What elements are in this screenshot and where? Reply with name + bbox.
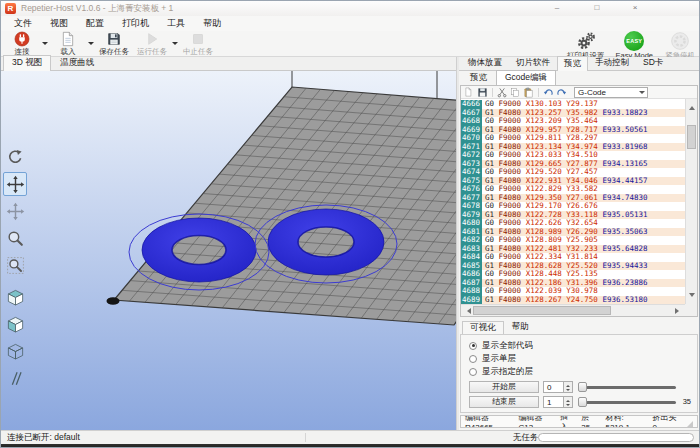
- new-gcode-button[interactable]: [464, 87, 475, 98]
- end-layer-button[interactable]: 结束层: [469, 396, 539, 408]
- 3d-scene[interactable]: [1, 71, 456, 430]
- gcode-line-4676[interactable]: 4676G0 F9000 X122.829 Y33.582: [461, 185, 685, 194]
- cut-button[interactable]: [497, 87, 508, 98]
- vertical-scrollbar[interactable]: [685, 99, 697, 304]
- subtab-preview-sub[interactable]: 预览: [461, 70, 496, 85]
- start-layer-spinner[interactable]: 0: [543, 381, 573, 393]
- minimize-button[interactable]: –: [544, 2, 570, 14]
- start-layer-slider[interactable]: [578, 381, 678, 393]
- scroll-right-icon[interactable]: [675, 308, 682, 314]
- gcode-line-4684[interactable]: 4684G0 F9000 X122.334 Y31.814: [461, 253, 685, 262]
- status-bar: 连接已断开: default 无任务: [1, 430, 700, 444]
- menu-view[interactable]: 视图: [41, 16, 77, 31]
- maximize-button[interactable]: □: [584, 2, 610, 14]
- end-layer-slider[interactable]: [578, 396, 678, 408]
- option-show-all-code[interactable]: 显示全部代码: [469, 339, 691, 352]
- spinner-arrows-icon[interactable]: [563, 397, 572, 407]
- run-job-button-dropdown[interactable]: [171, 31, 179, 56]
- gcode-mode-select[interactable]: G-Code: [574, 87, 648, 98]
- gcode-line-4677[interactable]: 4677G1 F4080 X129.350 Y27.061 E934.74830: [461, 194, 685, 203]
- 3d-viewport[interactable]: Z X Y: [1, 71, 456, 430]
- menu-config[interactable]: 配置: [77, 16, 113, 31]
- gcode-line-4675[interactable]: 4675G1 F4080 X122.931 Y34.046 E934.44157: [461, 177, 685, 186]
- parallel-projection-tool[interactable]: [3, 366, 27, 390]
- option-show-layer-range[interactable]: 显示指定的层: [469, 365, 691, 378]
- gcode-line-4672[interactable]: 4672G0 F9000 X123.033 Y34.510: [461, 151, 685, 160]
- gcode-line-4681[interactable]: 4681G1 F4080 X128.989 Y26.290 E935.35063: [461, 228, 685, 237]
- copy-button[interactable]: [510, 87, 521, 98]
- redo-button[interactable]: [556, 87, 567, 98]
- close-button[interactable]: ×: [622, 2, 648, 14]
- vtab-visualization[interactable]: 可视化: [462, 321, 504, 335]
- gcode-line-4679[interactable]: 4679G1 F4080 X122.728 Y33.118 E935.05131: [461, 211, 685, 220]
- gcode-line-4671[interactable]: 4671G1 F4080 X123.134 Y34.974 E933.81968: [461, 143, 685, 152]
- spinner-arrows-icon[interactable]: [563, 382, 572, 392]
- menu-file[interactable]: 文件: [5, 16, 41, 31]
- cut-icon: [497, 87, 508, 98]
- gcode-line-4667[interactable]: 4667G1 F4080 X123.257 Y35.982 E933.18823: [461, 109, 685, 118]
- gcode-line-4682[interactable]: 4682G0 F9000 X128.809 Y25.905: [461, 236, 685, 245]
- radio-icon[interactable]: [469, 355, 477, 363]
- tab-preview[interactable]: 预览: [557, 56, 588, 71]
- fit-printer-tool[interactable]: [3, 253, 27, 277]
- gcode-line-4668[interactable]: 4668G0 F9000 X123.209 Y35.464: [461, 117, 685, 126]
- menu-tools[interactable]: 工具: [158, 16, 194, 31]
- option-show-single-layer[interactable]: 显示单层: [469, 352, 691, 365]
- easy-mode-button[interactable]: EASYEasy Mode: [612, 31, 656, 57]
- paste-button[interactable]: [523, 87, 534, 98]
- right-tab-strip: 物体放置切片软件预览手动控制SD卡: [459, 57, 700, 71]
- horizontal-scrollbar[interactable]: [461, 304, 685, 316]
- connect-button-dropdown[interactable]: [41, 31, 49, 56]
- gcode-line-4673[interactable]: 4673G1 F4080 X129.665 Y27.877 E934.13165: [461, 160, 685, 169]
- tab-temperature-curve[interactable]: 温度曲线: [51, 55, 103, 70]
- save-gcode-button[interactable]: [477, 87, 488, 98]
- horizontal-scrollbar-thumb[interactable]: [473, 306, 611, 315]
- gcode-line-4687[interactable]: 4687G1 F4080 X122.186 Y31.396 E936.23886: [461, 279, 685, 288]
- isometric-view-tool[interactable]: [3, 285, 27, 309]
- load-button[interactable]: 载入: [49, 31, 87, 56]
- gcode-line-4669[interactable]: 4669G1 F4080 X129.957 Y28.717 E933.50561: [461, 126, 685, 135]
- scroll-up-icon[interactable]: [689, 103, 695, 110]
- end-layer-slider-thumb[interactable]: [578, 397, 587, 407]
- connect-button[interactable]: 连接: [3, 31, 41, 56]
- end-layer-spinner[interactable]: 1: [543, 396, 573, 408]
- printer-settings-button[interactable]: 打印机设置: [564, 31, 608, 57]
- load-button-dropdown[interactable]: [87, 31, 95, 56]
- gcode-line-4689[interactable]: 4689G1 F4080 X128.267 Y24.750 E936.53180: [461, 296, 685, 305]
- scroll-down-icon[interactable]: [689, 293, 695, 300]
- tab-sd-card[interactable]: SD卡: [636, 55, 670, 70]
- gcode-line-4666[interactable]: 4666G0 F9000 X130.103 Y29.137: [461, 100, 685, 109]
- tab-3d-view[interactable]: 3D 视图: [3, 55, 51, 71]
- menu-help[interactable]: 帮助: [194, 16, 230, 31]
- start-layer-slider-thumb[interactable]: [578, 382, 587, 392]
- zoom-view-tool[interactable]: [3, 226, 27, 250]
- front-view-tool[interactable]: [3, 312, 27, 336]
- gcode-line-4680[interactable]: 4680G0 F9000 X122.626 Y32.654: [461, 219, 685, 228]
- easy-mode-badge-icon: EASY: [624, 31, 644, 51]
- radio-icon[interactable]: [469, 342, 477, 350]
- gcode-listing[interactable]: 4666G0 F9000 X130.103 Y29.137 4667G1 F40…: [461, 100, 685, 304]
- radio-icon[interactable]: [469, 368, 477, 376]
- gcode-line-4688[interactable]: 4688G0 F9000 X122.039 Y30.978: [461, 287, 685, 296]
- scroll-left-icon[interactable]: [464, 308, 471, 314]
- gcode-line-4685[interactable]: 4685G1 F4080 X128.628 Y25.520 E935.94433: [461, 262, 685, 271]
- menu-printer[interactable]: 打印机: [113, 16, 158, 31]
- cube-top-icon: [6, 288, 25, 307]
- undo-button[interactable]: [543, 87, 554, 98]
- gcode-line-4674[interactable]: 4674G0 F9000 X129.520 Y27.457: [461, 168, 685, 177]
- top-view-tool[interactable]: [3, 339, 27, 363]
- gcode-line-4670[interactable]: 4670G0 F9000 X129.811 Y28.297: [461, 134, 685, 143]
- gcode-line-4686[interactable]: 4686G0 F9000 X128.448 Y25.135: [461, 270, 685, 279]
- start-layer-button[interactable]: 开始层: [469, 381, 539, 393]
- gcode-line-4678[interactable]: 4678G0 F9000 X129.170 Y26.676: [461, 202, 685, 211]
- vtab-help[interactable]: 帮助: [504, 320, 537, 334]
- move-object-tool[interactable]: [3, 172, 27, 196]
- subtab-gcode-editor[interactable]: Gcode编辑: [496, 70, 556, 86]
- vertical-scrollbar-thumb[interactable]: [687, 125, 696, 149]
- gcode-line-4683[interactable]: 4683G1 F4080 X122.481 Y32.233 E935.64828: [461, 245, 685, 254]
- rotate-view-tool[interactable]: [3, 145, 27, 169]
- tab-object-placement[interactable]: 物体放置: [461, 55, 509, 70]
- save-job-button[interactable]: 保存任务: [95, 31, 133, 56]
- tab-manual-control[interactable]: 手动控制: [588, 55, 636, 70]
- tab-slicer[interactable]: 切片软件: [509, 55, 557, 70]
